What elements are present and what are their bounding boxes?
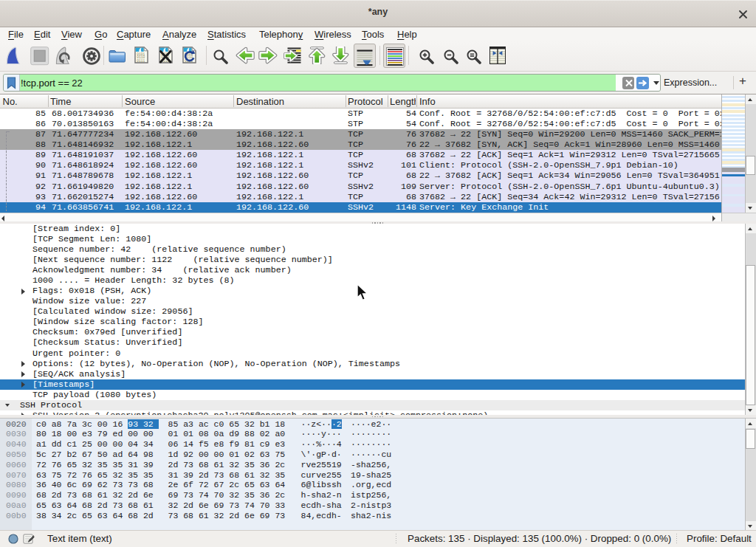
svg-text:0111: 0111 [137, 59, 145, 63]
